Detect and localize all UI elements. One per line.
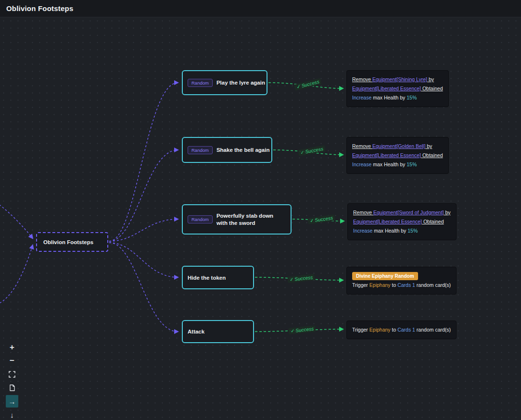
text-segment: 15% xyxy=(407,95,417,100)
arrow-right-icon: → xyxy=(9,397,16,406)
choice-label: Hide the token xyxy=(188,275,226,281)
text-segment: Epiphany xyxy=(369,327,391,333)
check-icon: ✓ xyxy=(300,149,305,155)
edge-root-choice xyxy=(109,243,178,332)
choice-label: Attack xyxy=(188,329,204,334)
node-root-oblivion-footsteps[interactable]: Oblivion Footsteps xyxy=(36,232,108,252)
edge-root-choice xyxy=(109,83,178,241)
edge-label-text: Success xyxy=(301,79,319,88)
text-segment: by xyxy=(425,143,432,149)
outcome-line: Equipment[Liberated Essence] Obtained xyxy=(352,84,443,93)
root-node-label: Oblivion Footsteps xyxy=(43,239,93,245)
outcome-badge-line: Divine Epiphany Random xyxy=(352,272,451,281)
node-outcome-bell[interactable]: Remove Equipment[Golden Bell] by Equipme… xyxy=(346,137,449,174)
edge-label-success: ✓Success xyxy=(294,78,322,90)
text-segment: Obtained xyxy=(421,86,443,91)
zoom-in-button[interactable]: + xyxy=(6,341,18,354)
text-segment: max Health by xyxy=(371,95,407,100)
choice-label: Shake the bell again xyxy=(216,147,270,153)
text-segment: Trigger xyxy=(352,327,369,333)
outcome-line: Remove Equipment[Sword of Judgment] by xyxy=(353,208,451,217)
text-segment: random card(s) xyxy=(415,327,451,333)
text-segment: random card(s) xyxy=(415,282,451,288)
text-segment: Remove xyxy=(352,76,372,82)
text-segment: Increase xyxy=(353,228,372,234)
node-outcome-hide-token[interactable]: Divine Epiphany Random Trigger Epiphany … xyxy=(346,267,457,295)
choice-label: Play the lyre again xyxy=(216,80,265,86)
node-outcome-lyre[interactable]: Remove Equipment[Shining Lyre] by Equipm… xyxy=(346,70,449,107)
arrow-down-icon: ↓ xyxy=(10,411,14,419)
canvas-toolbar: + − → ↓ xyxy=(6,341,18,420)
text-segment: Increase xyxy=(352,95,371,100)
check-icon: ✓ xyxy=(291,328,295,334)
text-segment: Epiphany xyxy=(369,282,391,288)
random-badge: Random xyxy=(188,146,213,154)
text-segment: by xyxy=(427,76,434,82)
outcome-line: Trigger Epiphany to Cards 1 random card(… xyxy=(352,325,451,334)
edge-label-text: Success xyxy=(294,275,313,282)
edge-label-success: ✓Success xyxy=(287,274,315,283)
text-segment: Obtained xyxy=(422,219,444,224)
edge-incoming xyxy=(0,202,33,238)
graph-canvas[interactable]: Oblivion Footsteps Random Play the lyre … xyxy=(0,17,521,420)
plus-icon: + xyxy=(10,343,14,352)
outcome-line: Increase max Health by 15% xyxy=(352,93,443,102)
divine-epiphany-badge: Divine Epiphany Random xyxy=(352,272,418,280)
minus-icon: − xyxy=(10,356,14,366)
text-segment: Obtained xyxy=(421,152,443,158)
page-title: Oblivion Footsteps xyxy=(6,4,73,12)
text-segment: Cards 1 xyxy=(397,327,415,333)
node-choice-hide-the-token[interactable]: Hide the token xyxy=(182,266,254,289)
text-segment: to xyxy=(391,282,398,288)
edge-root-choice xyxy=(109,150,178,241)
node-outcome-attack[interactable]: Trigger Epiphany to Cards 1 random card(… xyxy=(346,321,457,339)
edge-label-success: ✓Success xyxy=(288,325,316,334)
outcome-line: Increase max Health by 15% xyxy=(352,160,443,169)
check-icon: ✓ xyxy=(290,277,294,283)
edge-root-choice xyxy=(109,219,178,241)
outcome-line: Increase max Health by 15% xyxy=(353,226,451,235)
text-segment: Trigger xyxy=(352,282,369,288)
text-segment: Equipment[Sword of Judgment] xyxy=(373,210,444,215)
app-header: Oblivion Footsteps xyxy=(0,0,521,17)
random-badge: Random xyxy=(188,215,213,223)
edge-incoming xyxy=(0,245,33,305)
text-segment: Equipment[Liberated Essence] xyxy=(353,219,422,224)
outcome-line: Equipment[Liberated Essence] Obtained xyxy=(353,217,451,226)
text-segment: max Health by xyxy=(371,161,407,167)
text-segment: Remove xyxy=(352,143,372,149)
check-icon: ✓ xyxy=(309,218,314,223)
save-image-button[interactable] xyxy=(6,382,18,394)
node-choice-attack[interactable]: Attack xyxy=(182,320,254,343)
node-choice-powerfully-stab-down[interactable]: Random Powerfully stab down with the swo… xyxy=(182,204,292,235)
fit-view-icon xyxy=(9,371,15,378)
document-icon xyxy=(9,384,15,391)
edge-label-text: Success xyxy=(305,146,324,154)
layout-horizontal-button[interactable]: → xyxy=(6,395,18,408)
text-segment: Equipment[Golden Bell] xyxy=(372,143,425,149)
node-outcome-sword[interactable]: Remove Equipment[Sword of Judgment] by E… xyxy=(347,203,457,240)
text-segment: Equipment[Liberated Essence] xyxy=(352,86,421,91)
choice-label: Powerfully stab down with the sword xyxy=(216,212,286,227)
edge-label-success: ✓Success xyxy=(307,214,335,224)
node-choice-shake-the-bell-again[interactable]: Random Shake the bell again xyxy=(182,137,272,163)
text-segment: Remove xyxy=(353,210,373,215)
text-segment: 15% xyxy=(407,161,417,167)
check-icon: ✓ xyxy=(296,84,301,90)
layout-vertical-button[interactable]: ↓ xyxy=(6,408,18,420)
text-segment: max Health by xyxy=(372,228,407,234)
text-segment: to xyxy=(391,327,398,333)
text-segment: by xyxy=(444,210,451,215)
fit-view-button[interactable] xyxy=(6,368,18,381)
edge-label-success: ✓Success xyxy=(298,145,326,156)
text-segment: Increase xyxy=(352,161,371,167)
outcome-line: Remove Equipment[Shining Lyre] by xyxy=(352,75,443,84)
text-segment: Cards 1 xyxy=(397,282,415,288)
text-segment: Equipment[Shining Lyre] xyxy=(372,76,427,82)
text-segment: 15% xyxy=(407,228,418,234)
node-choice-play-the-lyre-again[interactable]: Random Play the lyre again xyxy=(182,70,267,95)
random-badge: Random xyxy=(188,79,213,87)
text-segment: Equipment[Liberated Essence] xyxy=(352,152,421,158)
outcome-line: Remove Equipment[Golden Bell] by xyxy=(352,142,443,151)
zoom-out-button[interactable]: − xyxy=(6,355,18,367)
